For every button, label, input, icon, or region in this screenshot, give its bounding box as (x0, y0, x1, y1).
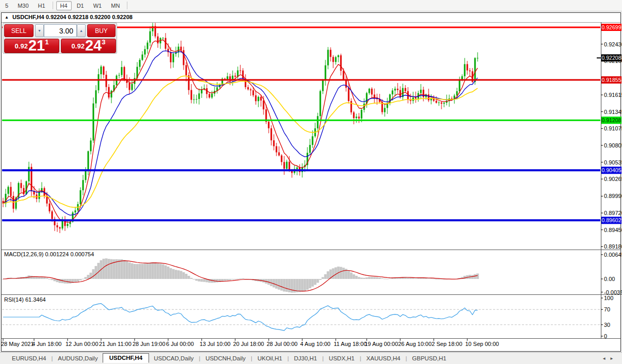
svg-text:4 Jun 18:00: 4 Jun 18:00 (32, 341, 62, 347)
chart-title-text: USDCHF,H4 0.92204 0.92218 0.92200 0.9220… (12, 14, 133, 20)
svg-text:28 Jun 19:00: 28 Jun 19:00 (133, 341, 166, 347)
chart-tab-usdx[interactable]: USDX,H1 (324, 354, 359, 363)
svg-text:19 Aug 00:00: 19 Aug 00:00 (365, 341, 398, 347)
chart-tab-eurusd[interactable]: EURUSD,H4 (7, 354, 51, 363)
timeframe-button-mn[interactable]: MN (107, 1, 124, 10)
price-chart-canvas[interactable]: 0.924300.921600.916150.913450.910750.908… (0, 0, 622, 364)
chart-tab-ukoil[interactable]: UKOil,H1 (253, 354, 287, 363)
svg-text:0.91615: 0.91615 (604, 92, 622, 98)
svg-text:28 Jul 00:00: 28 Jul 00:00 (267, 341, 298, 347)
svg-text:0.92430: 0.92430 (604, 41, 622, 47)
svg-text:30: 30 (604, 322, 610, 328)
svg-text:2 Sep 18:00: 2 Sep 18:00 (432, 341, 462, 347)
svg-text:20 Jul 18:00: 20 Jul 18:00 (233, 341, 264, 347)
svg-text:0.91855: 0.91855 (602, 77, 621, 83)
timeframe-button-h1[interactable]: H1 (34, 1, 50, 10)
buy-price-sup: 3 (102, 38, 105, 46)
tab-separator: | (322, 355, 324, 361)
tab-separator: | (199, 355, 201, 361)
chart-tab-audusd[interactable]: AUDUSD,Daily (53, 354, 102, 363)
svg-text:4 Aug 10:00: 4 Aug 10:00 (300, 341, 331, 347)
tab-separator: | (251, 355, 252, 361)
svg-text:0.92699: 0.92699 (602, 24, 621, 30)
toolbar-separator (127, 2, 127, 9)
svg-text:12 Jun 00:00: 12 Jun 00:00 (66, 341, 99, 347)
triangle-up-icon: ▲ (79, 29, 83, 32)
svg-text:0: 0 (604, 333, 607, 339)
timeframe-button-5[interactable]: 5 (1, 1, 12, 10)
svg-text:0.90265: 0.90265 (604, 176, 622, 182)
svg-text:-0.00350: -0.00350 (604, 289, 622, 295)
sell-button[interactable]: SELL (4, 24, 34, 37)
scroll-right-icon[interactable]: ► (610, 356, 617, 361)
svg-text:21 Jun 11:00: 21 Jun 11:00 (99, 341, 132, 347)
svg-text:0.90535: 0.90535 (604, 159, 622, 166)
svg-text:0.89990: 0.89990 (604, 193, 622, 199)
chart-tab-usdchf[interactable]: USDCHF,H4 (103, 353, 150, 363)
tab-separator: | (359, 355, 361, 361)
buy-price-prefix: 0.92 (72, 42, 85, 50)
chart-tab-xauusd[interactable]: XAUUSD,H4 (362, 354, 405, 363)
svg-text:0.006451: 0.006451 (604, 252, 622, 258)
buy-button[interactable]: BUY (87, 24, 116, 37)
buy-price-box[interactable]: 0.92 24 3 (61, 39, 116, 53)
chart-title: ▲ USDCHF,H4 0.92204 0.92218 0.92200 0.92… (5, 14, 133, 20)
chart-tab-gbpusd[interactable]: GBPUSD,H1 (407, 354, 451, 363)
sell-price-prefix: 0.92 (15, 42, 28, 50)
svg-text:26 Aug 10:00: 26 Aug 10:00 (398, 341, 432, 347)
svg-text:11 Aug 18:00: 11 Aug 18:00 (334, 341, 367, 347)
svg-text:0.91075: 0.91075 (604, 125, 622, 131)
chart-tab-usdcnh[interactable]: USDCNH,Daily (201, 354, 250, 363)
svg-text:13 Jul 10:00: 13 Jul 10:00 (200, 341, 231, 347)
svg-text:10 Sep 00:00: 10 Sep 00:00 (465, 341, 499, 347)
svg-text:100: 100 (604, 295, 613, 301)
sell-price-sup: 1 (45, 38, 48, 46)
svg-text:0.91208: 0.91208 (602, 117, 621, 123)
volume-decrease-button[interactable]: ▼ (35, 24, 44, 37)
svg-text:0.89180: 0.89180 (604, 243, 622, 250)
svg-text:28 May 2021: 28 May 2021 (1, 341, 34, 347)
tab-separator: | (51, 355, 53, 361)
svg-text:0.91345: 0.91345 (604, 109, 622, 115)
scroll-left-icon[interactable]: ◄ (602, 356, 610, 361)
timeframe-button-h4[interactable]: H4 (56, 1, 72, 10)
svg-text:0.89450: 0.89450 (604, 227, 622, 233)
svg-text:0.89602: 0.89602 (602, 217, 621, 223)
sell-price-box[interactable]: 0.92 21 1 (4, 39, 59, 53)
one-click-trade-panel: SELL ▼ ▲ BUY 0.92 21 1 0.92 24 3 (3, 23, 117, 54)
timeframe-button-w1[interactable]: W1 (89, 1, 106, 10)
tab-separator: | (287, 355, 289, 361)
chart-tab-usdcad[interactable]: USDCAD,Daily (149, 354, 198, 363)
svg-text:6 Jul 00:00: 6 Jul 00:00 (166, 341, 194, 347)
svg-text:0.90405: 0.90405 (602, 167, 621, 173)
collapse-triangle-icon: ▲ (5, 15, 9, 20)
timeframe-button-m30[interactable]: M30 (13, 1, 32, 10)
timeframe-toolbar: 5M30H1H4D1W1MN (0, 0, 622, 11)
tab-scroll-arrows[interactable]: ◄► (602, 356, 617, 361)
chart-tab-dj30[interactable]: DJ30,H1 (289, 354, 322, 363)
macd-indicator-label: MACD(12,26,9) 0.001224 0.000754 (4, 251, 94, 257)
svg-text:0.89720: 0.89720 (604, 210, 622, 216)
sell-price-big: 21 (28, 39, 45, 53)
triangle-down-icon: ▼ (38, 29, 41, 32)
tab-separator: | (405, 355, 407, 361)
volume-increase-button[interactable]: ▲ (77, 24, 86, 37)
chart-tab-bar: EURUSD,H4|AUDUSD,DailyUSDCHF,H4USDCAD,Da… (0, 352, 622, 364)
rsi-indicator-label: RSI(14) 61.3464 (4, 296, 46, 303)
svg-text:0.90805: 0.90805 (604, 142, 622, 148)
svg-text:70: 70 (604, 306, 610, 312)
toolbar-separator (53, 2, 53, 9)
timeframe-button-d1[interactable]: D1 (73, 1, 88, 10)
buy-price-big: 24 (85, 39, 102, 53)
volume-input[interactable] (44, 24, 77, 37)
svg-text:0.92208: 0.92208 (602, 55, 621, 61)
svg-text:0.00: 0.00 (604, 276, 615, 282)
